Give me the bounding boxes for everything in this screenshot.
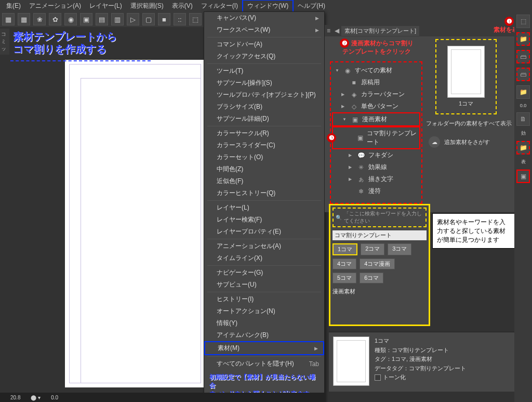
menu-item[interactable]: 表示(V) xyxy=(168,1,197,11)
dropdown-item[interactable]: 素材(M)▶ xyxy=(204,341,324,355)
tree-label: 原稿用 xyxy=(361,78,380,87)
tab-prev-icon[interactable]: ◀ xyxy=(332,27,341,34)
dropdown-item[interactable]: クイックアクセス(Q) xyxy=(204,50,324,62)
dropdown-item[interactable]: キャンバス(V)▶ xyxy=(204,12,324,24)
tree-label: すべての素材 xyxy=(355,66,392,75)
detail-tone[interactable]: トーン化 xyxy=(375,373,466,382)
plain-tag[interactable]: 漫画素材 xyxy=(332,288,427,295)
dropdown-item[interactable]: サブツール詳細(D) xyxy=(204,113,324,125)
dropdown-item[interactable]: レイヤー(L) xyxy=(204,202,324,214)
toolbar-button[interactable]: ▷ xyxy=(127,13,139,25)
dropdown-item[interactable]: カラーサークル(R) xyxy=(204,127,324,139)
tag-button[interactable]: 3コマ xyxy=(388,243,411,255)
tag-button[interactable]: 4コマ漫画 xyxy=(360,258,395,269)
toolbar-button[interactable]: ◉ xyxy=(64,13,77,25)
tag-button[interactable]: 6コマ xyxy=(360,273,383,283)
rail-button[interactable]: 🗃 xyxy=(516,68,530,81)
tag-button[interactable]: 1コマ xyxy=(332,243,357,255)
tree-label: コマ割りテンプレート xyxy=(367,129,418,147)
submenu-arrow-icon: ▶ xyxy=(315,28,319,33)
tree-item[interactable]: ▼▣漫画素材 xyxy=(332,112,420,126)
dropdown-item[interactable]: ヒストリー(I) xyxy=(204,293,324,305)
dropdown-item[interactable]: サブツール[操作](S) xyxy=(204,77,324,89)
submenu-arrow-icon: ▶ xyxy=(315,16,319,21)
tone-checkbox[interactable] xyxy=(375,374,381,381)
dropdown-item[interactable]: コマンドバー(A) xyxy=(204,38,324,50)
dropdown-item[interactable]: カラーヒストリー(Q) xyxy=(204,187,324,199)
rail-button[interactable]: ▣ xyxy=(516,170,530,183)
dropdown-item[interactable]: 情報(Y) xyxy=(204,317,324,329)
dropdown-item[interactable]: ツールプロパティ[オブジェクト](P) xyxy=(204,89,324,101)
dropdown-item[interactable]: すべてのパレットを隠す(H)Tab xyxy=(204,358,324,370)
tree-item[interactable]: ▶◈カラーパターン xyxy=(332,88,420,100)
menu-item[interactable]: アニメーション(A) xyxy=(25,1,85,11)
toolbar-button[interactable]: :: xyxy=(174,13,186,25)
toolbar-button[interactable]: ⬚ xyxy=(189,13,202,25)
tree-icon: 💬 xyxy=(357,152,365,159)
material-thumbnail-area: 1コマ xyxy=(435,39,497,114)
dropdown-item[interactable]: レイヤー検索(F) xyxy=(204,214,324,226)
dropdown-item[interactable]: タイムライン(X) xyxy=(204,252,324,264)
find-extra-material[interactable]: ☁ 追加素材をさがす xyxy=(429,136,490,148)
dropdown-item[interactable]: アニメーションセル(A) xyxy=(204,240,324,252)
dropdown-item[interactable]: カラーセット(O) xyxy=(204,151,324,163)
search-input[interactable]: 🔍 「ここに検索キーワードを入力してください xyxy=(332,208,427,227)
tree-icon: ▣ xyxy=(357,134,364,141)
detail-datatags: データタグ：コマ割りテンプレート xyxy=(375,364,466,373)
menu-item[interactable]: レイヤー(L) xyxy=(85,1,126,11)
rail-button[interactable]: 📁 xyxy=(516,141,530,154)
rail-button[interactable]: 🗎 xyxy=(516,112,530,126)
menu-separator xyxy=(207,63,321,64)
dropdown-item[interactable]: ブラシサイズ(B) xyxy=(204,101,324,113)
tree-item[interactable]: ▶ぁ描き文字 xyxy=(332,173,420,185)
dropdown-item[interactable]: ナビゲーター(G) xyxy=(204,267,324,279)
tree-item[interactable]: ▼◉すべての素材 xyxy=(332,64,420,76)
tag-button[interactable]: 4コマ xyxy=(332,258,356,269)
toolbar-button[interactable]: ▣ xyxy=(80,13,92,25)
tree-item[interactable]: ▶💬フキダシ xyxy=(332,149,420,161)
toolbar-button[interactable]: ❀ xyxy=(33,13,46,25)
status-bar: 20.8 ⬤ ▾ 0.0 xyxy=(0,393,325,402)
toolbar-button[interactable]: ▢ xyxy=(142,13,155,25)
tag-button[interactable]: 5コマ xyxy=(332,273,356,283)
rail-button[interactable]: 📁 xyxy=(516,32,530,46)
tab-menu-icon[interactable]: ≡ xyxy=(325,27,332,34)
toolbar-button[interactable]: ▥ xyxy=(111,13,124,25)
tree-item[interactable]: ❸▣コマ割りテンプレート xyxy=(332,126,420,149)
tree-item[interactable]: ■原稿用 xyxy=(332,76,420,88)
dropdown-item[interactable]: カラースライダー(C) xyxy=(204,139,324,151)
tag-button[interactable]: 2コマ xyxy=(361,243,384,255)
rail-button[interactable]: ⬚ xyxy=(516,15,530,28)
menu-item[interactable]: フィルター(I) xyxy=(197,1,242,11)
tree-item[interactable]: ▶✳効果線 xyxy=(332,161,420,173)
dropdown-item[interactable]: ワークスペース(W)▶ xyxy=(204,24,324,36)
detail-tags: タグ：1コマ, 漫画素材 xyxy=(375,355,466,364)
menu-item[interactable]: ウィンドウ(W) xyxy=(242,0,294,12)
dropdown-item[interactable]: レイヤープロパティ(E) xyxy=(204,226,324,238)
menu-item[interactable]: 集(E) xyxy=(2,1,25,11)
dropdown-item[interactable]: サブビュー(U) xyxy=(204,279,324,291)
dropdown-item[interactable]: ツール(T) xyxy=(204,65,324,77)
toolbar-button[interactable]: ▦ xyxy=(18,13,30,25)
toolbar-button[interactable]: ▦ xyxy=(2,13,15,25)
dropdown-item[interactable]: 中間色(Z) xyxy=(204,163,324,175)
rail-button[interactable]: 🗃 xyxy=(516,50,530,63)
menu-item[interactable]: ヘルプ(H) xyxy=(294,1,329,11)
tree-label: 漫画素材 xyxy=(362,115,387,124)
material-thumbnail[interactable] xyxy=(447,46,485,98)
tree-label: 効果線 xyxy=(368,163,387,172)
left-panel-tab[interactable]: コミッ xyxy=(0,29,9,55)
dropdown-item[interactable]: オートアクション(N) xyxy=(204,305,324,317)
dropdown-item[interactable]: 近似色(F) xyxy=(204,175,324,187)
tree-item[interactable]: ▶◇単色パターン xyxy=(332,100,420,112)
material-tab[interactable]: 素材[コマ割りテンプレート] xyxy=(341,26,419,36)
menu-item[interactable]: 選択範囲(S) xyxy=(126,1,168,11)
tree-item[interactable]: ❄漫符 xyxy=(332,185,420,197)
toolbar-button[interactable]: ✿ xyxy=(49,13,61,25)
dropdown-item[interactable]: アイテムバンク(B) xyxy=(204,329,324,341)
rail-button[interactable]: 📁 xyxy=(516,85,530,99)
material-tree: ▼◉すべての素材■原稿用▶◈カラーパターン▶◇単色パターン▼▣漫画素材❸▣コマ割… xyxy=(330,61,422,204)
toolbar-button[interactable]: ▤ xyxy=(96,13,108,25)
toolbar-button[interactable]: ■ xyxy=(158,13,170,25)
menu-bar: 集(E)アニメーション(A)レイヤー(L)選択範囲(S)表示(V)フィルター(I… xyxy=(0,0,532,11)
